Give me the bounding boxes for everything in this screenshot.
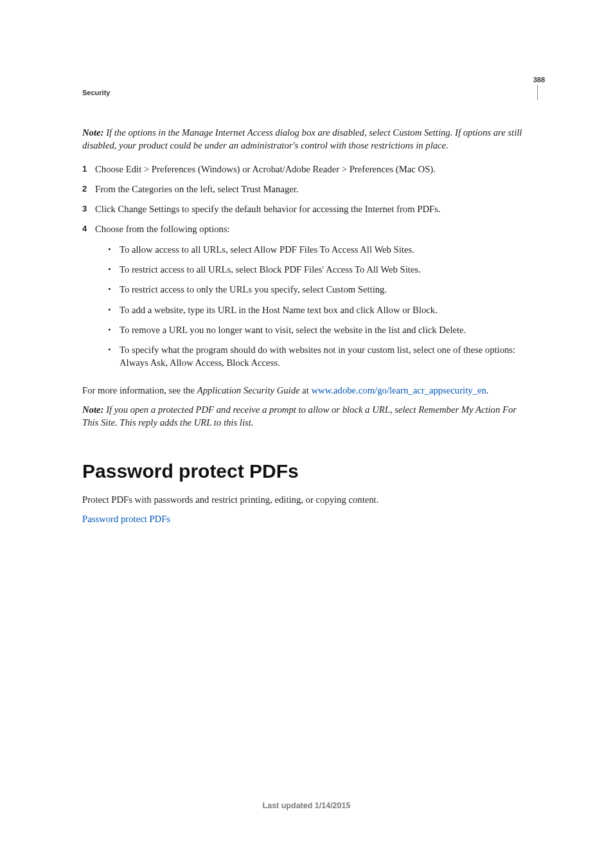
section-intro: Protect PDFs with passwords and restrict… (82, 493, 529, 506)
footer-updated: Last updated 1/14/2015 (0, 801, 613, 810)
step-number: 2 (82, 183, 95, 195)
page-content: Note: If the options in the Manage Inter… (82, 126, 529, 532)
step-number: 4 (82, 222, 95, 235)
list-item: To add a website, type its URL in the Ho… (108, 303, 529, 316)
list-item: To restrict access to all URLs, select B… (108, 263, 529, 276)
running-header: Security (82, 89, 110, 96)
more-info-mid: at (300, 385, 312, 395)
intro-note: Note: If the options in the Manage Inter… (82, 126, 529, 152)
note-lead: Note: (82, 404, 103, 415)
step-item: 4 Choose from the following options: To … (82, 222, 529, 376)
more-info-post: . (486, 385, 489, 395)
step-text: From the Categories on the left, select … (95, 183, 529, 195)
list-item: To remove a URL you no longer want to vi… (108, 323, 529, 336)
app-security-link[interactable]: www.adobe.com/go/learn_acr_appsecurity_e… (312, 385, 486, 395)
steps-list: 1 Choose Edit > Preferences (Windows) or… (82, 163, 529, 377)
list-item: To allow access to all URLs, select Allo… (108, 243, 529, 256)
step-text-inner: Choose from the following options: (95, 224, 230, 234)
step-item: 1 Choose Edit > Preferences (Windows) or… (82, 163, 529, 176)
step-text: Choose Edit > Preferences (Windows) or A… (95, 163, 529, 176)
step-number: 1 (82, 163, 95, 176)
note-body: If you open a protected PDF and receive … (82, 404, 517, 428)
more-info-pre: For more information, see the (82, 385, 197, 395)
options-list: To allow access to all URLs, select Allo… (95, 243, 529, 370)
step-item: 2 From the Categories on the left, selec… (82, 183, 529, 195)
list-item: To restrict access to only the URLs you … (108, 283, 529, 296)
section-heading: Password protect PDFs (82, 458, 529, 484)
closing-note: Note: If you open a protected PDF and re… (82, 403, 529, 429)
note-lead: Note: (82, 127, 103, 138)
step-item: 3 Click Change Settings to specify the d… (82, 203, 529, 215)
step-number: 3 (82, 203, 95, 215)
step-text: Click Change Settings to specify the def… (95, 203, 529, 215)
more-info-line: For more information, see the Applicatio… (82, 384, 529, 397)
note-body: If the options in the Manage Internet Ac… (82, 127, 522, 150)
page-number: 388 (533, 76, 545, 84)
list-item: To specify what the program should do wi… (108, 343, 529, 370)
header-divider (537, 85, 538, 100)
password-protect-link[interactable]: Password protect PDFs (82, 514, 170, 524)
more-info-italic: Application Security Guide (197, 385, 300, 395)
step-text: Choose from the following options: To al… (95, 222, 529, 376)
